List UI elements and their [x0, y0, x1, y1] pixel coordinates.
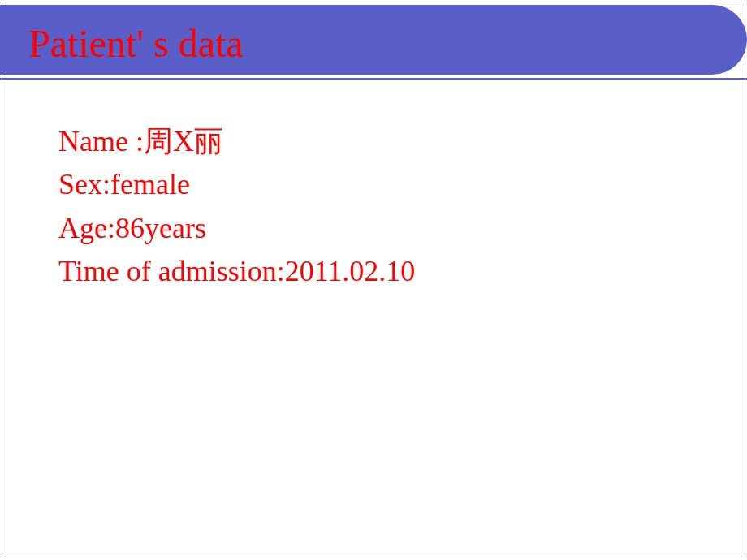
age-value: 86years [115, 212, 206, 244]
title-underline [0, 78, 747, 80]
slide-title: Patient' s data [28, 21, 244, 66]
age-label: Age: [58, 212, 115, 244]
patient-sex-line: Sex:female [58, 163, 415, 206]
name-value: 周X丽 [144, 125, 223, 157]
admission-value: 2011.02.10 [285, 255, 416, 287]
name-label: Name : [58, 125, 144, 157]
patient-admission-line: Time of admission:2011.02.10 [58, 250, 415, 293]
admission-label: Time of admission: [58, 255, 285, 287]
patient-data-block: Name :周X丽 Sex:female Age:86years Time of… [58, 120, 415, 293]
sex-label: Sex: [58, 168, 110, 200]
sex-value: female [110, 168, 190, 200]
patient-age-line: Age:86years [58, 207, 415, 250]
patient-name-line: Name :周X丽 [58, 120, 415, 163]
title-bar: Patient' s data [0, 5, 747, 75]
